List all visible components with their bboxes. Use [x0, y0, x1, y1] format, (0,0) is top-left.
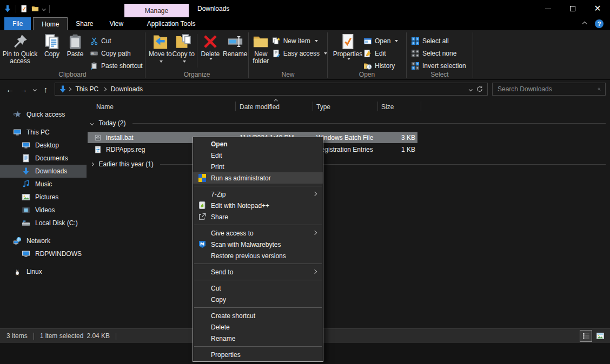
sidebar-item-downloads[interactable]: Downloads [0, 165, 87, 178]
paste-shortcut-button[interactable]: Paste shortcut [90, 60, 143, 72]
sidebar-item-documents[interactable]: Documents [0, 152, 87, 165]
search-input[interactable] [493, 85, 598, 93]
tab-file[interactable]: File [4, 17, 31, 30]
select-none-button[interactable]: Select none [411, 48, 466, 59]
search-icon[interactable] [598, 85, 605, 93]
menu-item-copy[interactable]: Copy [193, 294, 323, 305]
help-icon[interactable]: ? [595, 19, 604, 28]
menu-item-7zip[interactable]: 7-Zip [193, 188, 323, 200]
menu-item-run-as-administrator[interactable]: Run as administrator [193, 172, 323, 184]
history-button[interactable]: History [363, 60, 398, 72]
up-button[interactable]: ↑ [39, 83, 52, 96]
cut-button[interactable]: Cut [90, 35, 143, 47]
maximize-button[interactable] [560, 0, 585, 17]
sidebar-item-rdpwindows[interactable]: RDPWINDOWS [0, 247, 87, 260]
delete-icon [202, 33, 218, 50]
sidebar-item-local-disk-c[interactable]: Local Disk (C:) [0, 217, 87, 230]
edit-button[interactable]: Edit [363, 48, 398, 59]
menu-divider [194, 264, 322, 264]
sidebar-item-linux[interactable]: Linux [0, 265, 87, 278]
qat-properties-icon[interactable] [20, 5, 28, 12]
sidebar-item-desktop[interactable]: Desktop [0, 139, 87, 152]
tab-application-tools[interactable]: Application Tools [139, 17, 203, 30]
cut-icon [90, 37, 98, 45]
navigation-buttons: ← → ↑ [0, 83, 52, 96]
qat-new-folder-icon[interactable] [31, 5, 39, 12]
tab-view[interactable]: View [101, 17, 131, 30]
qat-customize-chevron-icon[interactable] [42, 7, 45, 10]
sidebar-item-label: This PC [26, 129, 50, 136]
column-divider[interactable] [313, 102, 313, 111]
column-divider[interactable] [421, 102, 421, 111]
details-view-button[interactable] [580, 330, 592, 342]
easy-access-button[interactable]: Easy access [272, 48, 327, 59]
dropdown-caret-icon [160, 60, 163, 63]
group-collapse-icon[interactable] [90, 122, 94, 125]
sidebar-item-network[interactable]: Network [0, 234, 87, 247]
menu-item-create-shortcut[interactable]: Create shortcut [193, 310, 323, 321]
menu-item-delete[interactable]: Delete [193, 321, 323, 333]
breadcrumb-downloads[interactable]: Downloads [107, 85, 147, 93]
forward-arrow-icon: → [19, 85, 28, 94]
sidebar-item-label: Documents [35, 154, 68, 162]
sidebar-item-pictures[interactable]: Pictures [0, 191, 87, 204]
file-name: RDPApps.reg [106, 144, 145, 155]
cut-label: Cut [101, 37, 111, 45]
sidebar-item-this-pc[interactable]: This PC [0, 126, 87, 139]
group-label: Today (2) [99, 119, 126, 127]
column-header-type[interactable]: Type [316, 103, 330, 111]
edit-icon [363, 49, 372, 58]
menu-item-edit[interactable]: Edit [193, 150, 323, 161]
group-header-today[interactable]: Today (2) [87, 118, 606, 129]
column-header-date-modified[interactable]: Date modified [240, 103, 280, 111]
manage-contextual-tab-header[interactable]: Manage [124, 4, 189, 17]
new-item-button[interactable]: New item [272, 35, 327, 47]
forward-button[interactable]: → [17, 83, 30, 96]
menu-item-share[interactable]: Share [193, 211, 323, 223]
menu-item-properties[interactable]: Properties [193, 349, 323, 360]
menu-item-give-access-to[interactable]: Give access to [193, 227, 323, 239]
close-button[interactable]: ✕ [585, 0, 610, 17]
menu-item-open[interactable]: Open [193, 138, 323, 150]
menu-item-send-to[interactable]: Send to [193, 266, 323, 278]
back-button[interactable]: ← [3, 83, 17, 96]
sidebar-item-quick-access[interactable]: Quick access [0, 108, 87, 121]
new-folder-icon [253, 33, 269, 50]
menu-item-cut[interactable]: Cut [193, 282, 323, 294]
new-item-label: New item [283, 37, 310, 45]
menu-item-rename[interactable]: Rename [193, 333, 323, 344]
breadcrumb-chevron-icon[interactable] [103, 87, 106, 91]
invert-selection-button[interactable]: Invert selection [411, 60, 466, 72]
minimize-button[interactable] [535, 0, 560, 17]
breadcrumb-chevron-icon[interactable] [68, 87, 71, 91]
menu-item-label: Run as administrator [211, 174, 271, 182]
tab-home[interactable]: Home [33, 17, 68, 30]
sidebar-item-label: Pictures [35, 193, 58, 201]
column-header-size[interactable]: Size [381, 103, 394, 111]
pictures-icon [22, 193, 30, 201]
copy-path-button[interactable]: Copy path [90, 48, 143, 59]
breadcrumb-this-pc[interactable]: This PC [72, 85, 103, 93]
group-header-earlier-this-year[interactable]: Earlier this year (1) [87, 159, 606, 170]
sidebar-item-videos[interactable]: Videos [0, 204, 87, 217]
select-all-button[interactable]: Select all [411, 35, 466, 47]
menu-item-scan-with-malwarebytes[interactable]: Scan with Malwarebytes [193, 239, 323, 250]
menu-item-restore-previous-versions[interactable]: Restore previous versions [193, 250, 323, 261]
group-expand-icon[interactable] [90, 163, 94, 166]
menu-item-edit-with-notepadpp[interactable]: Edit with Notepad++ [193, 200, 323, 211]
large-icons-view-button[interactable] [594, 330, 606, 342]
menu-item-print[interactable]: Print [193, 161, 323, 172]
collapse-ribbon-icon[interactable] [582, 22, 587, 26]
easy-access-label: Easy access [283, 50, 320, 57]
column-header-name[interactable]: Name [96, 103, 114, 111]
column-divider[interactable] [235, 102, 236, 111]
address-bar[interactable]: This PC Downloads [55, 83, 488, 96]
refresh-icon[interactable] [476, 85, 483, 93]
address-dropdown-icon[interactable] [469, 87, 472, 91]
recent-locations-button[interactable] [30, 88, 39, 91]
search-box[interactable] [492, 83, 606, 96]
column-divider[interactable] [377, 102, 378, 111]
sidebar-item-music[interactable]: Music [0, 178, 87, 191]
tab-share[interactable]: Share [68, 17, 101, 30]
open-button[interactable]: Open [363, 35, 398, 47]
